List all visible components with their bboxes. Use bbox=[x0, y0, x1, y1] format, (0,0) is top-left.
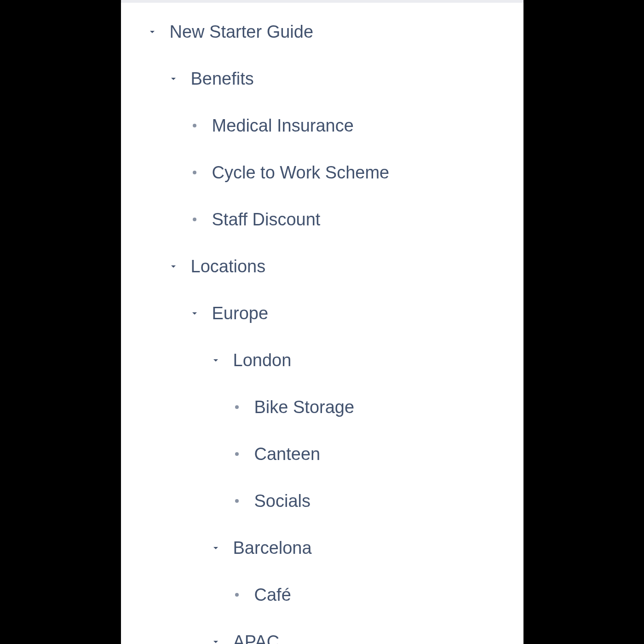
tree-item-label: Locations bbox=[183, 257, 266, 276]
tree-item-label: Bike Storage bbox=[246, 397, 355, 417]
tree-item-new-starter-guide[interactable]: New Starter Guide bbox=[121, 8, 523, 55]
tree-item-medical-insurance[interactable]: Medical Insurance bbox=[121, 102, 523, 149]
tree-item-label: Staff Discount bbox=[204, 210, 321, 230]
tree-item-cafe[interactable]: Café bbox=[121, 571, 523, 618]
tree-item-label: Barcelona bbox=[225, 538, 312, 558]
tree-item-label: New Starter Guide bbox=[161, 22, 314, 42]
tree-item-label: Benefits bbox=[183, 69, 254, 89]
chevron-down-icon[interactable] bbox=[143, 26, 161, 37]
tree-item-label: Europe bbox=[204, 304, 269, 323]
tree-item-label: Cycle to Work Scheme bbox=[204, 163, 390, 183]
bullet-icon bbox=[185, 171, 204, 174]
tree-item-london[interactable]: London bbox=[121, 337, 523, 384]
tree-panel: New Starter Guide Benefits Medical Insur… bbox=[121, 0, 523, 644]
bullet-icon bbox=[228, 593, 246, 597]
tree-item-staff-discount[interactable]: Staff Discount bbox=[121, 196, 523, 243]
tree-item-barcelona[interactable]: Barcelona bbox=[121, 524, 523, 571]
tree-item-label: Canteen bbox=[246, 444, 321, 464]
chevron-down-icon[interactable] bbox=[185, 308, 204, 319]
tree-item-label: APAC bbox=[225, 632, 280, 644]
tree-item-label: Socials bbox=[246, 491, 311, 511]
tree-item-socials[interactable]: Socials bbox=[121, 477, 523, 524]
bullet-icon bbox=[228, 405, 246, 409]
chevron-down-icon[interactable] bbox=[207, 542, 225, 553]
bullet-icon bbox=[228, 452, 246, 456]
tree-item-apac[interactable]: APAC bbox=[121, 618, 523, 644]
tree-item-benefits[interactable]: Benefits bbox=[121, 55, 523, 102]
page-tree: New Starter Guide Benefits Medical Insur… bbox=[121, 3, 523, 644]
tree-item-canteen[interactable]: Canteen bbox=[121, 431, 523, 477]
tree-item-locations[interactable]: Locations bbox=[121, 243, 523, 290]
tree-item-label: London bbox=[225, 351, 292, 370]
tree-item-cycle-to-work-scheme[interactable]: Cycle to Work Scheme bbox=[121, 149, 523, 196]
bullet-icon bbox=[185, 124, 204, 127]
chevron-down-icon[interactable] bbox=[207, 636, 225, 644]
tree-item-label: Medical Insurance bbox=[204, 116, 354, 136]
tree-item-bike-storage[interactable]: Bike Storage bbox=[121, 384, 523, 431]
tree-item-label: Café bbox=[246, 585, 291, 605]
chevron-down-icon[interactable] bbox=[164, 261, 183, 272]
bullet-icon bbox=[228, 499, 246, 503]
tree-item-europe[interactable]: Europe bbox=[121, 290, 523, 337]
chevron-down-icon[interactable] bbox=[164, 73, 183, 84]
chevron-down-icon[interactable] bbox=[207, 355, 225, 366]
bullet-icon bbox=[185, 218, 204, 221]
